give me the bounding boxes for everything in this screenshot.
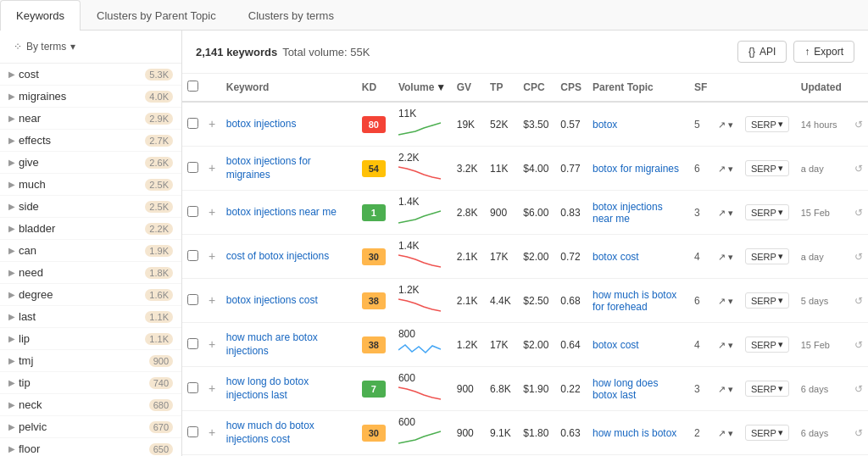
row-checkbox[interactable] [187,294,198,305]
sidebar-item-floor[interactable]: ▶ floor 650 [0,438,181,456]
parent-topic-link[interactable]: how much is botox for forehead [593,289,676,313]
th-parent-topic[interactable]: Parent Topic [587,74,689,102]
parent-topic-link[interactable]: botox cost [593,339,639,351]
refresh-icon[interactable]: ↺ [854,251,863,263]
keyword-link[interactable]: botox injections cost [226,294,318,306]
filter-by-terms-button[interactable]: ⁘ By terms ▾ [8,37,81,56]
select-all-checkbox[interactable] [187,81,198,92]
sidebar-item-lip[interactable]: ▶ lip 1.1K [0,328,181,350]
serp-button[interactable]: SERP ▾ [745,160,789,176]
sidebar-item-near[interactable]: ▶ near 2.9K [0,108,181,130]
th-sf[interactable]: SF [689,74,713,102]
refresh-icon[interactable]: ↺ [854,383,863,395]
serp-button[interactable]: SERP ▾ [745,204,789,220]
refresh-icon[interactable]: ↺ [854,119,863,131]
sidebar-item-need[interactable]: ▶ need 1.8K [0,262,181,284]
gv-value: 19K [457,119,475,131]
sidebar-item-give[interactable]: ▶ give 2.6K [0,152,181,174]
parent-topic-link[interactable]: botox [593,119,617,131]
th-checkbox[interactable] [182,74,203,102]
serp-chevron-icon: ▾ [778,207,783,218]
parent-topic-link[interactable]: how long does botox last [593,377,658,401]
keyword-link[interactable]: botox injections near me [226,206,337,218]
sidebar-item-cost[interactable]: ▶ cost 5.3K [0,64,181,86]
refresh-icon[interactable]: ↺ [854,207,863,219]
sidebar-item-can[interactable]: ▶ can 1.9K [0,240,181,262]
keyword-link[interactable]: cost of botox injections [226,250,329,262]
volume-value: 600 [398,372,415,384]
add-keyword-button[interactable]: + [209,337,215,351]
serp-button[interactable]: SERP ▾ [745,116,789,132]
th-cpc[interactable]: CPC [518,74,555,102]
th-updated[interactable]: Updated [796,74,849,102]
sidebar-item-last[interactable]: ▶ last 1.1K [0,306,181,328]
sidebar-item-tip[interactable]: ▶ tip 740 [0,372,181,394]
sidebar-item-degree[interactable]: ▶ degree 1.6K [0,284,181,306]
sidebar-item-side[interactable]: ▶ side 2.5K [0,196,181,218]
th-volume[interactable]: Volume ▼ [393,74,452,102]
row-checkbox[interactable] [187,250,198,261]
serp-button[interactable]: SERP ▾ [745,425,789,441]
tab-clusters-terms[interactable]: Clusters by terms [232,0,350,31]
th-gv[interactable]: GV [452,74,485,102]
row-checkbox[interactable] [187,118,198,129]
sidebar-item-migraines[interactable]: ▶ migraines 4.0K [0,86,181,108]
tab-keywords[interactable]: Keywords [0,0,81,31]
row-sf-cell: 2 [689,411,713,455]
row-checkbox[interactable] [187,338,198,349]
th-keyword[interactable]: Keyword [221,74,357,102]
th-cps[interactable]: CPS [555,74,587,102]
th-tp[interactable]: TP [485,74,518,102]
keyword-link[interactable]: how much do botox injections cost [226,420,314,445]
row-checkbox[interactable] [187,382,198,393]
tp-value: 6.8K [490,383,511,395]
serp-button[interactable]: SERP ▾ [745,381,789,397]
add-keyword-button[interactable]: + [209,293,215,307]
add-keyword-button[interactable]: + [209,425,215,439]
sidebar-item-count: 2.2K [145,223,173,235]
row-checkbox[interactable] [187,426,198,437]
sidebar-item-pelvic[interactable]: ▶ pelvic 670 [0,416,181,438]
refresh-icon[interactable]: ↺ [854,163,863,175]
keyword-link[interactable]: how long do botox injections last [226,375,309,401]
tab-clusters-parent[interactable]: Clusters by Parent Topic [81,0,232,31]
row-refresh-cell: ↺ [849,191,868,235]
add-keyword-button[interactable]: + [209,249,215,263]
serp-button[interactable]: SERP ▾ [745,336,789,353]
add-keyword-button[interactable]: + [209,381,215,395]
th-kd[interactable]: KD [357,74,393,102]
sidebar-item-effects[interactable]: ▶ effects 2.7K [0,130,181,152]
row-parent-cell: how much is botox for forehead [587,279,689,323]
refresh-icon[interactable]: ↺ [854,339,863,351]
row-checkbox[interactable] [187,162,198,173]
add-keyword-button[interactable]: + [209,161,215,175]
parent-topic-link[interactable]: botox for migraines [593,163,679,175]
keyword-link[interactable]: how much are botox injections [226,331,318,357]
sidebar-item-neck[interactable]: ▶ neck 680 [0,394,181,416]
total-volume: Total volume: 55K [282,46,370,58]
serp-button[interactable]: SERP ▾ [745,292,789,309]
sidebar-arrow-icon: ▶ [8,290,15,299]
sf-value: 5 [694,119,700,131]
refresh-icon[interactable]: ↺ [854,427,863,439]
export-button[interactable]: ↑ Export [793,41,854,63]
sidebar-item-label: lip [19,332,30,345]
row-refresh-cell: ↺ [849,147,868,191]
parent-topic-link[interactable]: how much is botox [593,427,676,439]
sidebar-item-much[interactable]: ▶ much 2.5K [0,174,181,196]
row-refresh-cell: ↺ [849,102,868,147]
keyword-link[interactable]: botox injections [226,118,297,130]
sidebar-item-bladder[interactable]: ▶ bladder 2.2K [0,218,181,240]
add-keyword-button[interactable]: + [209,117,215,131]
api-button[interactable]: {} API [737,41,787,63]
serp-button[interactable]: SERP ▾ [745,248,789,264]
keyword-link[interactable]: botox injections for migraines [226,155,311,181]
parent-topic-link[interactable]: botox cost [593,251,639,263]
row-updated-cell: 5 days [796,279,849,323]
parent-topic-link[interactable]: botox injections near me [593,201,663,225]
row-checkbox[interactable] [187,206,198,217]
sidebar-item-tmj[interactable]: ▶ tmj 900 [0,350,181,372]
refresh-icon[interactable]: ↺ [854,295,863,307]
row-volume-cell: 600 [393,411,452,455]
add-keyword-button[interactable]: + [209,205,215,219]
